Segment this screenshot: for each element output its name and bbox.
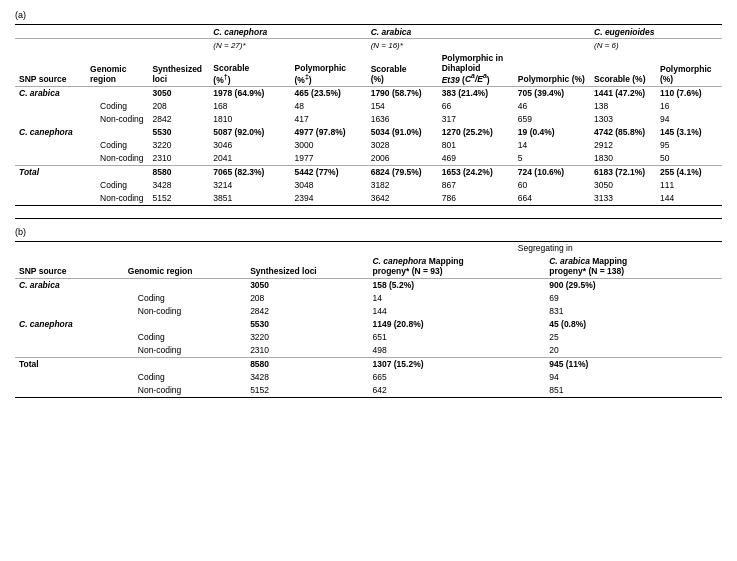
col-genomic-region (86, 25, 148, 39)
cell-a-0-5: 1790 (58.7%) (367, 86, 438, 100)
section-divider (15, 218, 722, 219)
th-genomic-region: Genomicregion (86, 51, 148, 86)
cell-a-0-9: 110 (7.6%) (656, 86, 722, 100)
th-polymorphic2: Polymorphic (%) (514, 51, 590, 86)
cell-a-3-3: 5087 (92.0%) (209, 126, 290, 139)
cell-b-1-3: 14 (368, 292, 545, 305)
cell-a-5-0 (15, 152, 86, 166)
cell-a-4-5: 3028 (367, 139, 438, 152)
cell-a-2-0 (15, 113, 86, 126)
cell-b-5-2: 2310 (246, 344, 368, 358)
cell-a-3-4: 4977 (97.8%) (291, 126, 367, 139)
cell-b-5-1: Non-coding (124, 344, 246, 358)
cell-a-4-1: Coding (86, 139, 148, 152)
cell-b-8-1: Non-coding (124, 384, 246, 398)
canephora-n: (N = 27)* (209, 39, 366, 52)
cell-a-2-9: 94 (656, 113, 722, 126)
cell-b-3-0: C. canephora (15, 318, 124, 331)
cell-a-8-6: 786 (438, 192, 514, 206)
cell-b-3-2: 5530 (246, 318, 368, 331)
cell-a-0-4: 465 (23.5%) (291, 86, 367, 100)
cell-a-5-9: 50 (656, 152, 722, 166)
cell-a-2-8: 1303 (590, 113, 656, 126)
cell-b-7-3: 665 (368, 371, 545, 384)
cell-a-7-7: 60 (514, 179, 590, 192)
col-genomic-label (86, 39, 148, 52)
cell-b-4-2: 3220 (246, 331, 368, 344)
cell-a-3-0: C. canephora (15, 126, 86, 139)
th-polymorphic3: Polymorphic(%) (656, 51, 722, 86)
col-synth-label (148, 39, 209, 52)
cell-a-3-1 (86, 126, 148, 139)
cell-a-7-0 (15, 179, 86, 192)
cell-b-0-0: C. arabica (15, 278, 124, 292)
cell-a-1-3: 168 (209, 100, 290, 113)
section-a-label: (a) (15, 10, 722, 20)
cell-a-3-2: 5530 (148, 126, 209, 139)
cell-a-1-0 (15, 100, 86, 113)
arabica-n: (N = 16)* (367, 39, 590, 52)
th-b-segregating: Segregating in (368, 241, 722, 255)
cell-a-8-3: 3851 (209, 192, 290, 206)
eugenioides-species-header: C. eugenioides (590, 25, 722, 39)
cell-a-3-7: 19 (0.4%) (514, 126, 590, 139)
cell-b-5-0 (15, 344, 124, 358)
cell-b-6-3: 1307 (15.2%) (368, 357, 545, 371)
th-b-genomic-label: Genomic region (124, 255, 246, 279)
cell-a-7-1: Coding (86, 179, 148, 192)
cell-b-8-4: 851 (545, 384, 722, 398)
cell-a-7-4: 3048 (291, 179, 367, 192)
cell-a-2-6: 317 (438, 113, 514, 126)
cell-a-6-7: 724 (10.6%) (514, 165, 590, 179)
cell-a-8-9: 144 (656, 192, 722, 206)
cell-a-7-8: 3050 (590, 179, 656, 192)
cell-a-6-4: 5442 (77%) (291, 165, 367, 179)
cell-a-2-5: 1636 (367, 113, 438, 126)
cell-a-8-0 (15, 192, 86, 206)
cell-b-2-4: 831 (545, 305, 722, 318)
cell-a-7-5: 3182 (367, 179, 438, 192)
cell-a-6-2: 8580 (148, 165, 209, 179)
cell-a-8-1: Non-coding (86, 192, 148, 206)
th-synthesized-loci: Synthesizedloci (148, 51, 209, 86)
cell-a-4-2: 3220 (148, 139, 209, 152)
cell-b-4-3: 651 (368, 331, 545, 344)
cell-a-5-7: 5 (514, 152, 590, 166)
cell-a-0-8: 1441 (47.2%) (590, 86, 656, 100)
cell-a-1-4: 48 (291, 100, 367, 113)
cell-b-8-2: 5152 (246, 384, 368, 398)
th-b-synth (246, 241, 368, 255)
cell-a-1-8: 138 (590, 100, 656, 113)
cell-b-3-1 (124, 318, 246, 331)
cell-a-7-9: 111 (656, 179, 722, 192)
cell-a-3-6: 1270 (25.2%) (438, 126, 514, 139)
eugenioides-n: (N = 6) (590, 39, 722, 52)
th-polymorphic1: Polymorphic(%‡) (291, 51, 367, 86)
cell-b-0-2: 3050 (246, 278, 368, 292)
cell-b-6-2: 8580 (246, 357, 368, 371)
cell-a-0-6: 383 (21.4%) (438, 86, 514, 100)
th-polymorphic-dihaploid: Polymorphic inDihaploidEt39 (Ca/Ea) (438, 51, 514, 86)
cell-b-4-1: Coding (124, 331, 246, 344)
cell-a-2-7: 659 (514, 113, 590, 126)
cell-a-5-8: 1830 (590, 152, 656, 166)
cell-a-2-3: 1810 (209, 113, 290, 126)
cell-a-2-4: 417 (291, 113, 367, 126)
cell-a-8-8: 3133 (590, 192, 656, 206)
cell-b-7-1: Coding (124, 371, 246, 384)
cell-a-1-1: Coding (86, 100, 148, 113)
cell-b-7-2: 3428 (246, 371, 368, 384)
table-a: C. canephora C. arabica C. eugenioides (… (15, 24, 722, 206)
cell-b-0-3: 158 (5.2%) (368, 278, 545, 292)
cell-a-6-3: 7065 (82.3%) (209, 165, 290, 179)
th-scorable2: Scorable(%) (367, 51, 438, 86)
col-synthesized-loci (148, 25, 209, 39)
th-scorable1: Scorable(%†) (209, 51, 290, 86)
th-b-synth-label: Synthesized loci (246, 255, 368, 279)
col-snp-source-label (15, 39, 86, 52)
cell-a-5-5: 2006 (367, 152, 438, 166)
cell-a-8-5: 3642 (367, 192, 438, 206)
cell-a-7-3: 3214 (209, 179, 290, 192)
cell-b-6-4: 945 (11%) (545, 357, 722, 371)
canephora-species-header: C. canephora (209, 25, 366, 39)
